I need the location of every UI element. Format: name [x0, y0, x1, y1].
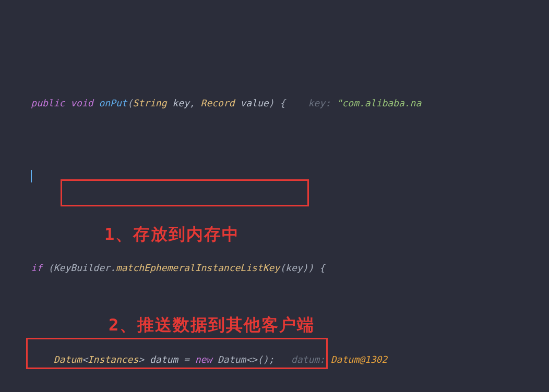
keyword: if — [31, 262, 42, 273]
code-editor[interactable]: public void onPut(String key, Record val… — [0, 0, 549, 392]
keyword: void — [70, 97, 93, 108]
code-line — [0, 167, 549, 186]
code-line: if (KeyBuilder.matchEphemeralInstanceLis… — [0, 259, 549, 277]
param: key — [172, 97, 189, 108]
code-text: datum = — [144, 354, 195, 365]
method-call: matchEphemeralInstanceListKey — [116, 262, 280, 273]
code-text: (KeyBuilder. — [42, 262, 116, 273]
code-text: (key)) { — [280, 262, 325, 273]
type: Record — [201, 97, 235, 108]
inlay-hint-value: Datum@1302 — [331, 354, 387, 365]
type: String — [133, 97, 166, 108]
brace: { — [274, 97, 285, 108]
inlay-hint-value: "com.alibaba.na — [337, 97, 422, 108]
type: Datum — [54, 354, 82, 365]
inlay-hint-label: key: — [308, 97, 337, 108]
paren: ( — [127, 97, 133, 108]
method-name: onPut — [99, 97, 127, 108]
text-cursor — [31, 170, 32, 182]
keyword: new — [195, 354, 212, 365]
angle: < — [82, 354, 88, 365]
type: Instances — [88, 354, 139, 365]
angle: > — [138, 354, 144, 365]
param: value — [240, 97, 268, 108]
paren: ) — [269, 97, 274, 108]
keyword: public — [31, 97, 65, 108]
comma: , — [189, 97, 201, 108]
code-text: Datum<>(); — [212, 354, 274, 365]
code-line: Datum<Instances> datum = new Datum<>(); … — [0, 350, 549, 369]
inlay-hint-label: datum: — [291, 354, 331, 365]
code-line: public void onPut(String key, Record val… — [0, 76, 549, 94]
